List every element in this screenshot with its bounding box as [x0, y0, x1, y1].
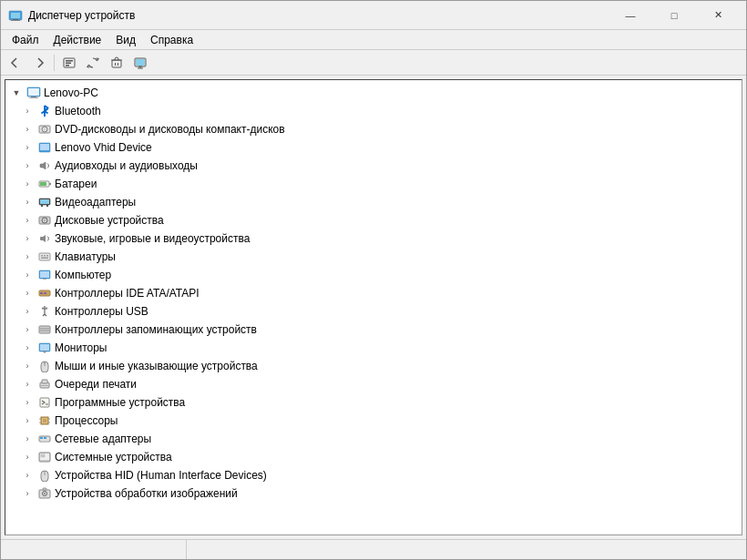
svg-rect-18: [28, 88, 39, 96]
device-category-icon: [37, 231, 52, 246]
device-category-label: DVD-дисководы и дисководы компакт-дисков: [55, 123, 285, 136]
root-expand-icon[interactable]: ▼: [9, 86, 24, 100]
tree-item[interactable]: › Контроллеры IDE ATA/ATAPI: [5, 284, 742, 302]
tree-item[interactable]: › Программные устройства: [5, 393, 742, 412]
item-expand-icon[interactable]: ›: [20, 195, 35, 209]
tree-item[interactable]: › Компьютер: [5, 266, 742, 284]
device-tree: ▼ Lenovo-PC › Bluetooth › DVD-дисководы …: [5, 80, 742, 506]
menu-view[interactable]: Вид: [108, 30, 143, 50]
device-category-icon: [37, 359, 52, 373]
device-category-label: Системные устройства: [55, 451, 172, 463]
svg-rect-45: [40, 292, 43, 294]
device-category-label: Контроллеры IDE ATA/ATAPI: [55, 287, 200, 300]
device-category-icon: [37, 286, 52, 300]
item-expand-icon[interactable]: ›: [20, 359, 35, 373]
close-button[interactable]: ✕: [697, 1, 739, 30]
tree-root[interactable]: ▼ Lenovo-PC: [5, 84, 742, 102]
svg-rect-20: [29, 97, 38, 98]
item-expand-icon[interactable]: ›: [20, 432, 35, 446]
tree-item[interactable]: › Видеоадаптеры: [5, 193, 742, 211]
tree-item[interactable]: › Мыши и иные указывающие устройства: [5, 357, 742, 375]
svg-rect-48: [40, 328, 49, 330]
minimize-button[interactable]: —: [609, 1, 651, 30]
device-category-icon: [37, 158, 52, 173]
tree-item[interactable]: › DVD-дисководы и дисководы компакт-диск…: [5, 120, 742, 138]
tree-item[interactable]: › Bluetooth: [5, 102, 742, 120]
device-category-icon: [37, 450, 52, 464]
device-category-label: Клавиатуры: [55, 250, 116, 263]
svg-rect-38: [44, 255, 46, 257]
device-category-label: Контроллеры запоминающих устройств: [55, 323, 257, 336]
item-expand-icon[interactable]: ›: [20, 177, 35, 191]
item-expand-icon[interactable]: ›: [20, 140, 35, 155]
tree-item[interactable]: › Устройства HID (Human Interface Device…: [5, 466, 742, 484]
svg-rect-8: [112, 60, 121, 67]
device-category-label: Lenovo Vhid Device: [55, 141, 152, 154]
svg-rect-51: [40, 344, 49, 351]
item-expand-icon[interactable]: ›: [20, 395, 35, 410]
tree-item[interactable]: › Процессоры: [5, 412, 742, 430]
item-expand-icon[interactable]: ›: [20, 413, 35, 428]
item-expand-icon[interactable]: ›: [20, 213, 35, 228]
status-bar: [1, 539, 746, 559]
item-expand-icon[interactable]: ›: [20, 450, 35, 464]
tree-item[interactable]: › Устройства обработки изображений: [5, 484, 742, 503]
back-button[interactable]: [5, 52, 26, 74]
tree-item[interactable]: › Аудиовходы и аудиовыходы: [5, 157, 742, 175]
item-expand-icon[interactable]: ›: [20, 249, 35, 264]
svg-rect-78: [43, 488, 46, 490]
menu-help[interactable]: Справка: [143, 30, 200, 50]
item-expand-icon[interactable]: ›: [20, 122, 35, 137]
menu-file[interactable]: Файл: [5, 30, 46, 50]
tree-item[interactable]: › Сетевые адаптеры: [5, 430, 742, 448]
properties-button[interactable]: [58, 52, 80, 74]
update-button[interactable]: [82, 52, 104, 74]
item-expand-icon[interactable]: ›: [20, 286, 35, 300]
menu-action[interactable]: Действие: [46, 30, 109, 50]
tree-item[interactable]: › Контроллеры запоминающих устройств: [5, 321, 742, 339]
device-category-label: Сетевые адаптеры: [55, 433, 151, 445]
tree-item[interactable]: › Клавиатуры: [5, 248, 742, 266]
device-category-icon: [37, 341, 52, 355]
item-expand-icon[interactable]: ›: [20, 268, 35, 282]
item-expand-icon[interactable]: ›: [20, 231, 35, 246]
device-category-icon: [37, 104, 52, 118]
item-expand-icon[interactable]: ›: [20, 377, 35, 392]
device-category-label: Программные устройства: [55, 396, 185, 409]
tree-item[interactable]: › Батареи: [5, 175, 742, 193]
tree-item[interactable]: › Контроллеры USB: [5, 302, 742, 321]
window-controls: — □ ✕: [609, 1, 739, 30]
svg-rect-73: [41, 454, 45, 457]
device-category-icon: [37, 468, 52, 483]
item-expand-icon[interactable]: ›: [20, 341, 35, 355]
item-expand-icon[interactable]: ›: [20, 304, 35, 319]
tree-item[interactable]: › Дисковые устройства: [5, 211, 742, 229]
tree-item[interactable]: › Звуковые, игровые и видеоустройства: [5, 229, 742, 248]
item-expand-icon[interactable]: ›: [20, 158, 35, 173]
svg-rect-36: [39, 253, 50, 260]
tree-item[interactable]: › Системные устройства: [5, 448, 742, 466]
maximize-button[interactable]: □: [653, 1, 695, 30]
device-category-label: Устройства обработки изображений: [55, 487, 238, 500]
device-category-label: Мыши и иные указывающие устройства: [55, 360, 258, 372]
tree-item[interactable]: › Lenovo Vhid Device: [5, 138, 742, 157]
item-expand-icon[interactable]: ›: [20, 468, 35, 483]
device-category-icon: [37, 377, 52, 392]
svg-point-35: [44, 219, 46, 221]
device-category-icon: [37, 140, 52, 155]
item-expand-icon[interactable]: ›: [20, 104, 35, 118]
svg-rect-32: [46, 205, 48, 207]
monitor-button[interactable]: [129, 52, 151, 74]
device-category-icon: [37, 122, 52, 137]
svg-rect-49: [40, 331, 49, 332]
svg-rect-43: [43, 279, 46, 280]
item-expand-icon[interactable]: ›: [20, 322, 35, 337]
forward-button[interactable]: [28, 52, 50, 74]
uninstall-button[interactable]: [106, 52, 128, 74]
device-category-icon: [37, 304, 52, 319]
device-tree-container[interactable]: ▼ Lenovo-PC › Bluetooth › DVD-дисководы …: [5, 79, 742, 535]
tree-item[interactable]: › Мониторы: [5, 339, 742, 357]
item-expand-icon[interactable]: ›: [20, 486, 35, 501]
tree-item[interactable]: › Очереди печати: [5, 375, 742, 393]
svg-rect-25: [40, 144, 49, 150]
